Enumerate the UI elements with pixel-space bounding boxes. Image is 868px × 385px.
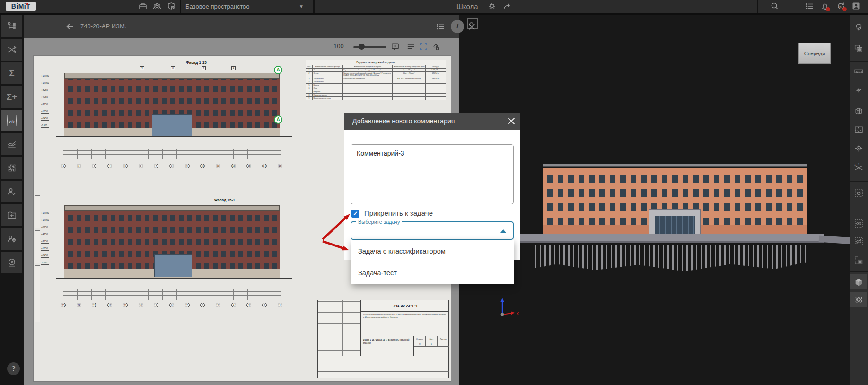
sidebar-item-2d-docs[interactable]: 2D [1, 110, 22, 131]
grid-bubble: 15 [278, 164, 282, 168]
zoom-slider-knob[interactable] [359, 44, 365, 50]
annotation-marker[interactable]: A [274, 66, 282, 74]
sidebar-item-sum[interactable]: Σ [1, 62, 22, 84]
elevation-mark: +10.950 [41, 82, 49, 85]
facade-entrance [152, 114, 192, 136]
bell-icon[interactable] [820, 1, 830, 11]
clear-box-icon[interactable] [854, 255, 864, 265]
grid-bubble: 7 [185, 303, 190, 307]
stamp-boxes [35, 195, 40, 324]
modal-close-icon[interactable] [506, 116, 517, 126]
sidebar-item-dashboard[interactable] [1, 252, 22, 273]
grid-bubble: 1 [61, 164, 66, 168]
bell-badge [826, 7, 830, 11]
close-icon[interactable] [467, 22, 476, 31]
axes-grid-icon[interactable]: 12 [854, 163, 864, 173]
finish-table-col: Площадь [426, 65, 446, 68]
finish-table-cell: Цвет - "Персик" [393, 69, 426, 71]
finish-table-cell: Кирпич пустотелый лицевой гладкий "Альта… [343, 69, 393, 71]
shield-check-icon[interactable] [167, 1, 176, 11]
facade-parapet [64, 205, 280, 211]
search-icon[interactable] [770, 1, 780, 11]
gear-icon[interactable] [487, 1, 497, 11]
finish-table-cell [343, 87, 393, 90]
finish-table-cell: Цоколь [313, 84, 343, 87]
sidebar-item-sum-add[interactable]: Σ+ [1, 86, 22, 108]
back-arrow-icon[interactable] [65, 22, 75, 31]
finish-table-cell: Кирпич пустотелый лицевой гладкий "Альта… [343, 72, 393, 77]
floorplan-icon[interactable] [854, 125, 864, 135]
sidebar-item-plugins[interactable] [1, 157, 22, 179]
align-lines-icon[interactable] [406, 42, 415, 51]
sidebar-item-export-folder[interactable] [1, 204, 22, 226]
chevron-up-icon[interactable] [500, 229, 506, 233]
briefcase-icon[interactable] [138, 1, 148, 11]
select-frames-icon[interactable] [854, 44, 864, 53]
flip-icon[interactable] [854, 85, 864, 95]
comment-input[interactable] [351, 144, 514, 204]
grid-bubble: 8 [169, 164, 174, 168]
show-box-icon[interactable] [854, 219, 864, 228]
sidebar-item-model-tree[interactable] [1, 15, 22, 37]
building-model[interactable] [543, 164, 807, 236]
sidebar-item-user-location[interactable] [1, 228, 22, 250]
stage-header-cell: Стадия [414, 336, 426, 341]
grid-bubble: 5 [216, 303, 220, 307]
orbit-gimbal-button[interactable] [850, 292, 867, 307]
grid-bubbles-top: 123456789101112131415 [61, 164, 282, 168]
locate-icon[interactable] [854, 143, 864, 153]
finish-table-cell: Водосточная система [313, 97, 343, 100]
grid-bubble: 13 [92, 303, 96, 307]
titleblock-code: 741-20-АР ГЧ [360, 300, 449, 312]
navigation-cube[interactable]: Спереди [798, 43, 831, 64]
info-icon[interactable]: i [451, 20, 464, 33]
share-icon[interactable] [502, 1, 512, 11]
finish-table: Ведомость наружной отделки Поз.Наименова… [306, 60, 446, 100]
bulleted-list-icon[interactable] [436, 22, 445, 31]
grid-bubble: 4 [231, 303, 236, 307]
attach-checkbox-label[interactable]: Прикрепить к задаче [364, 209, 433, 217]
annotation-marker[interactable]: A [274, 115, 282, 124]
building-parapet [543, 164, 807, 167]
cube-view-button[interactable] [850, 274, 867, 289]
sidebar-item-clash-check[interactable] [1, 39, 22, 61]
ruler-icon[interactable] [854, 66, 864, 76]
elevation-mark: +10.950 [41, 219, 49, 222]
section-cube-icon[interactable] [854, 106, 864, 116]
chevron-down-icon[interactable]: ▼ [299, 0, 304, 13]
finish-table-cell: 1485,57 м² [426, 69, 446, 71]
help-button[interactable]: ? [7, 362, 20, 375]
link-lock-icon[interactable] [431, 42, 440, 51]
grid-bubble: 9 [185, 164, 190, 168]
comment-add-icon[interactable] [391, 42, 400, 51]
task-dropdown: Задача с классификатором Задача-тест [351, 240, 514, 284]
modal-title: Добавление нового комментария [352, 117, 455, 125]
list-icon[interactable] [805, 1, 815, 11]
document-panel-header: 740-20-АР ИЗМ. i [24, 15, 459, 38]
app-logo[interactable]: BiMiT [6, 2, 36, 11]
dropdown-option-classifier[interactable]: Задача с классификатором [351, 240, 514, 262]
hide-box-icon[interactable] [854, 236, 864, 246]
grid-bubble: 6 [139, 164, 143, 168]
finish-table-cell: 1 [306, 69, 313, 71]
grid-bubble: 10 [200, 164, 205, 168]
attach-checkbox[interactable]: ✓ [351, 210, 359, 218]
roof-tag: 3 [140, 66, 144, 70]
titleblock-stage-grid: СтадияЛистЛистовЛ1 [413, 336, 449, 356]
fit-screen-icon[interactable] [419, 42, 428, 51]
elevation-mark: +4.350 [41, 233, 49, 236]
history-icon[interactable]: 10 [836, 1, 846, 11]
tree-3d-icon[interactable] [854, 23, 864, 33]
grid-bubble: 11 [123, 303, 128, 307]
finish-table-row: 8Наружные двери [306, 94, 446, 97]
task-select[interactable]: Выберите задачу [351, 221, 514, 240]
finish-table-cell [426, 80, 446, 83]
stamp-box [35, 265, 40, 322]
team-icon[interactable] [152, 1, 162, 11]
sidebar-item-charts[interactable] [1, 133, 22, 155]
account-icon[interactable] [851, 1, 861, 11]
workspace-selector[interactable]: Базовое пространство [185, 0, 250, 13]
dropdown-option-test[interactable]: Задача-тест [351, 262, 514, 284]
sidebar-item-user-tasks[interactable] [1, 181, 22, 202]
ghost-cube-icon[interactable] [854, 188, 864, 198]
